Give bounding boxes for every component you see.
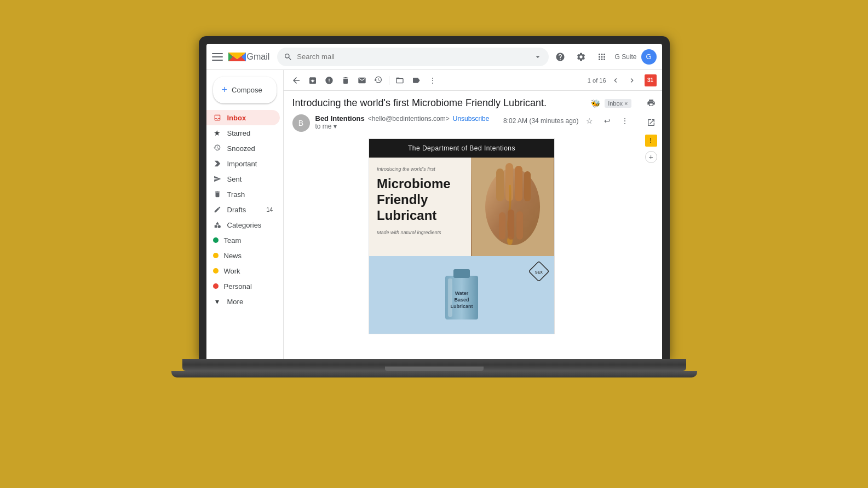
to-me-text: to me ▾ [315,123,498,130]
sidebar-item-starred[interactable]: ★ Starred [206,125,280,141]
news-dot [213,253,219,258]
open-new-tab-icon[interactable] [643,115,659,130]
compose-button[interactable]: + Compose [213,77,277,103]
sidebar-item-work[interactable]: Work [206,263,280,278]
sidebar-item-team[interactable]: Team [206,233,280,248]
sidebar-item-more[interactable]: ▾ More [206,294,280,309]
svg-point-0 [217,225,220,228]
back-button[interactable] [289,73,303,88]
email-meta-info: Bed Intentions <hello@bedintentions.com>… [315,114,498,130]
print-icon[interactable] [643,95,659,111]
search-icon [284,53,292,61]
svg-rect-11 [516,211,523,240]
laptop-screen-bezel: Gmail [199,36,670,359]
trash-icon [213,190,222,199]
sidebar-item-snoozed[interactable]: Snoozed [206,141,280,156]
next-email-button[interactable] [625,73,639,88]
work-dot [213,268,219,274]
reply-quick-button[interactable]: ↩ [601,114,614,127]
drafts-icon [213,205,222,214]
sent-label: Sent [227,175,242,183]
more-icon: ▾ [213,297,222,306]
email-actions-right: 8:02 AM (34 minutes ago) ☆ ↩ ⋮ [503,114,631,127]
settings-icon[interactable] [573,49,589,65]
sidebar-item-categories[interactable]: Categories [206,217,280,233]
email-button[interactable] [355,73,369,88]
prev-email-button[interactable] [608,73,623,88]
spam-button[interactable] [322,73,336,88]
svg-rect-6 [515,166,522,201]
sidebar-item-drafts[interactable]: Drafts 14 [206,202,280,217]
more-email-options[interactable]: ⋮ [618,114,631,127]
hamburger-menu-icon[interactable] [212,53,223,61]
svg-rect-1 [214,225,217,228]
search-input[interactable] [297,53,531,61]
important-icon [213,159,222,168]
more-options-button[interactable]: ⋮ [426,73,440,88]
help-icon[interactable] [552,49,568,65]
email-body: The Department of Bed Intentions Introdu… [292,138,631,334]
bee-icon: 🐝 [591,99,600,108]
email-time: 8:02 AM (34 minutes ago) [503,117,578,125]
sent-icon [213,175,222,183]
hands-svg [471,158,554,256]
sidebar-item-news[interactable]: News [206,248,280,263]
sidebar-item-important[interactable]: Important [206,156,280,171]
svg-rect-7 [524,171,531,201]
sidebar-item-trash[interactable]: Trash [206,187,280,202]
inbox-tag[interactable]: Inbox × [605,99,631,108]
snoozed-label: Snoozed [227,144,255,153]
email-meta-row: B Bed Intentions <hello@bedintentions.co… [292,114,631,132]
svg-text:Water: Water [455,291,469,296]
sidebar-item-personal[interactable]: Personal [206,278,280,294]
user-avatar[interactable]: G [641,49,657,65]
more-label: More [227,298,244,306]
email-view: Introducing the world's first Microbiome… [284,91,640,359]
gmail-logo: Gmail [228,50,270,63]
search-dropdown-icon[interactable] [533,53,542,61]
notification-badge[interactable]: ! [645,135,657,147]
inbox-tag-close[interactable]: × [624,100,628,107]
gsuite-label: G Suite [614,53,636,61]
star-email-button[interactable]: ☆ [583,114,596,127]
search-bar[interactable] [277,48,549,66]
product-tube-svg: Water Based Lubricant [437,265,486,325]
delete-button[interactable] [338,73,353,88]
gmail-container: Gmail [206,44,662,359]
unsubscribe-link[interactable]: Unsubscribe [453,115,490,123]
toolbar-sep1 [389,76,389,85]
folder-button[interactable] [393,73,407,88]
label-button[interactable] [409,73,423,88]
email-subject: Introducing the world's first Microbiome… [292,97,587,109]
sidebar-item-inbox[interactable]: Inbox [206,110,280,125]
sender-avatar: B [292,114,310,132]
svg-rect-4 [496,169,504,201]
gmail-m-icon [228,50,246,63]
gmail-topbar: Gmail [206,44,662,70]
pagination-text: 1 of 16 [588,77,606,84]
newsletter-section1: Introducing the world's first Microbiome… [369,158,554,256]
hands-visual [471,158,554,256]
email-subject-row: Introducing the world's first Microbiome… [292,97,631,109]
svg-text:Lubricant: Lubricant [450,304,473,309]
team-label: Team [224,236,242,245]
badge-text: SEX [535,270,543,274]
gmail-main: + Compose Inbox ★ Starred [206,70,662,359]
product-badge-svg: SEX [529,262,549,281]
email-toolbar: ⋮ 1 of 16 31 [284,70,662,91]
gmail-sidebar: + Compose Inbox ★ Starred [206,70,283,359]
laptop-wrapper: Gmail [196,36,672,452]
archive-button[interactable] [306,73,320,88]
apps-icon[interactable] [594,49,610,65]
email-view-wrapper: Introducing the world's first Microbiome… [284,91,662,359]
sidebar-item-sent[interactable]: Sent [206,171,280,187]
snooze-button[interactable] [371,73,386,88]
calendar-badge[interactable]: 31 [645,74,657,86]
svg-rect-10 [508,210,514,240]
drafts-label: Drafts [227,206,246,214]
gmail-content: ⋮ 1 of 16 31 [283,70,662,359]
newsletter-main-heading: Microbiome Friendly Lubricant [377,176,463,223]
add-panel-button[interactable]: + [645,151,657,163]
toolbar-right: 1 of 16 [588,73,639,88]
laptop-screen: Gmail [206,44,662,359]
